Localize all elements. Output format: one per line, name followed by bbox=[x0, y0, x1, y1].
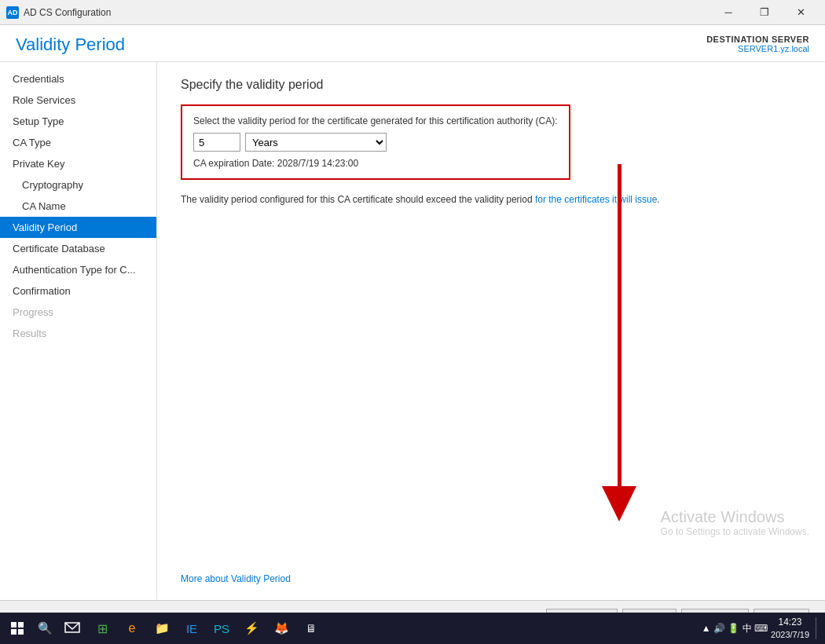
sidebar-item-setup-type[interactable]: Setup Type bbox=[0, 111, 156, 132]
validity-box: Select the validity period for the certi… bbox=[181, 104, 570, 180]
page-title: Validity Period bbox=[16, 35, 125, 55]
sidebar-item-auth-type[interactable]: Authentication Type for C... bbox=[0, 259, 156, 280]
svg-rect-3 bbox=[18, 629, 24, 635]
taskbar-icon-3[interactable]: e bbox=[118, 614, 146, 642]
taskbar: 🔍 ⊞ e 📁 IE PS ⚡ 🦊 🖥 ▲ 🔊 🔋 中 ⌨ 14:23 2023… bbox=[0, 613, 825, 644]
destination-label: DESTINATION SERVER bbox=[706, 35, 809, 44]
sidebar-item-credentials[interactable]: Credentials bbox=[0, 68, 156, 90]
title-bar-text: AD CS Configuration bbox=[24, 7, 710, 18]
sidebar: Credentials Role Services Setup Type CA … bbox=[0, 62, 157, 600]
validity-unit-select[interactable]: Years Months Weeks Days bbox=[245, 133, 387, 152]
taskbar-search-icon[interactable]: 🔍 bbox=[33, 617, 57, 640]
sidebar-item-progress: Progress bbox=[0, 302, 156, 323]
sidebar-item-confirmation[interactable]: Confirmation bbox=[0, 280, 156, 302]
sidebar-item-ca-name[interactable]: CA Name bbox=[0, 196, 156, 217]
restore-button[interactable]: ❐ bbox=[746, 0, 783, 25]
title-bar: AD AD CS Configuration ─ ❐ ✕ bbox=[0, 0, 825, 25]
system-tray-icons: ▲ 🔊 🔋 中 ⌨ bbox=[702, 622, 768, 635]
activate-watermark: Activate Windows Go to Settings to activ… bbox=[661, 508, 809, 537]
taskbar-icon-2[interactable]: ⊞ bbox=[88, 614, 116, 642]
window-controls: ─ ❐ ✕ bbox=[710, 0, 819, 25]
content-area: Credentials Role Services Setup Type CA … bbox=[0, 62, 825, 600]
svg-rect-1 bbox=[18, 622, 24, 628]
taskbar-icon-4[interactable]: 📁 bbox=[148, 614, 176, 642]
sidebar-item-private-key[interactable]: Private Key bbox=[0, 153, 156, 174]
taskbar-time: 14:23 2023/7/19 bbox=[771, 616, 809, 641]
sidebar-item-cryptography[interactable]: Cryptography bbox=[0, 174, 156, 196]
start-button[interactable] bbox=[3, 614, 31, 642]
section-title: Specify the validity period bbox=[181, 78, 801, 92]
taskbar-icon-6[interactable]: PS bbox=[207, 614, 236, 642]
svg-rect-2 bbox=[11, 629, 16, 635]
taskbar-show-desktop[interactable] bbox=[816, 617, 819, 639]
sidebar-item-validity-period[interactable]: Validity Period bbox=[0, 217, 156, 238]
taskbar-icon-1[interactable] bbox=[58, 614, 86, 642]
info-text: The validity period configured for this … bbox=[181, 192, 668, 207]
taskbar-icon-8[interactable]: 🦊 bbox=[267, 614, 295, 642]
svg-rect-0 bbox=[11, 622, 16, 628]
sidebar-item-results: Results bbox=[0, 323, 156, 344]
destination-server-info: DESTINATION SERVER SERVER1.yz.local bbox=[706, 35, 809, 53]
taskbar-icon-9[interactable]: 🖥 bbox=[297, 614, 325, 642]
taskbar-icon-7[interactable]: ⚡ bbox=[237, 614, 266, 642]
page-header: Validity Period DESTINATION SERVER SERVE… bbox=[0, 25, 825, 62]
app-icon: AD bbox=[6, 6, 19, 19]
sidebar-item-ca-type[interactable]: CA Type bbox=[0, 132, 156, 153]
destination-name: SERVER1.yz.local bbox=[706, 44, 809, 53]
main-window: Validity Period DESTINATION SERVER SERVE… bbox=[0, 25, 825, 638]
sidebar-item-cert-database[interactable]: Certificate Database bbox=[0, 238, 156, 259]
minimize-button[interactable]: ─ bbox=[710, 0, 746, 25]
red-arrow bbox=[602, 164, 636, 521]
expiry-date-display: CA expiration Date: 2028/7/19 14:23:00 bbox=[193, 158, 558, 169]
validity-box-label: Select the validity period for the certi… bbox=[193, 115, 558, 126]
taskbar-right: ▲ 🔊 🔋 中 ⌨ 14:23 2023/7/19 bbox=[702, 616, 822, 641]
validity-number-input[interactable] bbox=[193, 133, 240, 152]
close-button[interactable]: ✕ bbox=[783, 0, 819, 25]
taskbar-icon-5[interactable]: IE bbox=[178, 614, 206, 642]
sidebar-item-role-services[interactable]: Role Services bbox=[0, 90, 156, 111]
validity-inputs: Years Months Weeks Days bbox=[193, 133, 558, 152]
more-about-validity-link[interactable]: More about Validity Period bbox=[181, 573, 291, 584]
main-content-panel: Specify the validity period Select the v… bbox=[157, 62, 825, 600]
